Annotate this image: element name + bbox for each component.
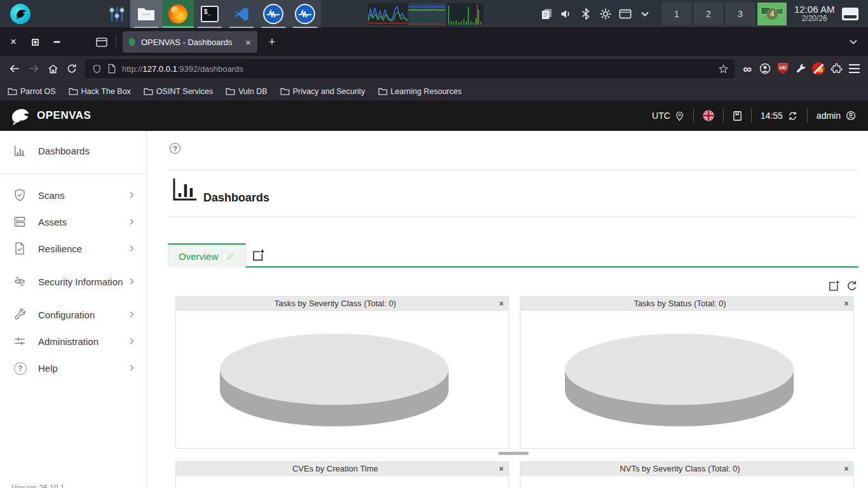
- workspace-3[interactable]: 3: [726, 3, 755, 25]
- memory-graph-applet[interactable]: [409, 3, 445, 25]
- account-icon[interactable]: [756, 59, 774, 78]
- sidebar-item-assets[interactable]: Assets: [0, 209, 146, 236]
- volume-icon[interactable]: [559, 7, 573, 21]
- openvas-horse-icon: [9, 105, 32, 126]
- bookmark-folder-privacy-and-security[interactable]: Privacy and Security: [280, 87, 365, 96]
- url-bar[interactable]: http://127.0.0.1:9392/dashboards: [85, 59, 735, 78]
- page-help-icon[interactable]: ?: [170, 143, 180, 154]
- eye-icon: [13, 274, 28, 290]
- workspace-2[interactable]: 2: [694, 3, 723, 25]
- browser-tab-openvas[interactable]: OPENVAS - Dashboards ×: [123, 31, 257, 53]
- user-circle-icon: [845, 110, 857, 121]
- new-dashboard-button[interactable]: [251, 248, 265, 262]
- tab-overview[interactable]: Overview: [168, 243, 246, 268]
- panel-close-icon[interactable]: ×: [839, 464, 853, 473]
- language-selector[interactable]: [703, 110, 714, 121]
- session-timer[interactable]: 14:55: [761, 111, 798, 121]
- panel-header[interactable]: CVEs by Creation Time ×: [176, 462, 508, 476]
- terminal-launcher[interactable]: $_: [194, 0, 226, 28]
- sidebar-item-security-information[interactable]: Security Information: [0, 262, 146, 302]
- panel-close-icon[interactable]: ×: [494, 464, 508, 473]
- chevron-right-icon: [127, 337, 137, 347]
- new-tab-button[interactable]: +: [264, 34, 280, 50]
- site-info-page-icon[interactable]: [104, 61, 119, 76]
- openvas-logo[interactable]: OPENVAS: [9, 105, 91, 126]
- url-text[interactable]: http://127.0.0.1:9392/dashboards: [122, 64, 715, 74]
- panel-close-icon[interactable]: ×: [494, 299, 508, 308]
- taskbar-apps: $_: [130, 0, 321, 28]
- tab-title: OPENVAS - Dashboards: [141, 37, 244, 47]
- bookmark-folder-learning-resources[interactable]: Learning Resources: [378, 87, 462, 96]
- workspace-1[interactable]: 1: [662, 3, 691, 25]
- tab-separator: [116, 35, 116, 49]
- display-tray-icon[interactable]: [618, 7, 632, 21]
- ublock-shield-extension-icon[interactable]: UD: [774, 59, 792, 78]
- greenbone-favicon: [128, 37, 136, 47]
- blocker-extension-icon[interactable]: [810, 59, 827, 78]
- tab-close-icon[interactable]: ×: [244, 37, 252, 48]
- user-menu[interactable]: admin: [817, 110, 857, 121]
- cpu-graph-applet[interactable]: [368, 3, 407, 25]
- panel-header[interactable]: NVTs by Severity Class (Total: 0) ×: [520, 462, 853, 476]
- window-maximize-button[interactable]: [29, 36, 41, 48]
- row-resize-handle[interactable]: [498, 452, 529, 455]
- window-minimize-button[interactable]: [51, 36, 62, 48]
- workspace-4-active[interactable]: 4: [757, 3, 787, 25]
- tray-chevron-down-icon[interactable]: [638, 7, 652, 21]
- edit-dashboard-pencil-icon[interactable]: [226, 252, 235, 261]
- divider: [168, 217, 858, 217]
- home-button[interactable]: [43, 59, 62, 78]
- system-monitor-launcher-1[interactable]: [257, 0, 289, 28]
- bluetooth-icon[interactable]: [579, 7, 593, 21]
- firefox-view-icon[interactable]: [94, 34, 109, 50]
- firefox-icon: [168, 4, 187, 24]
- bookmark-folder-hack-the-box[interactable]: Hack The Box: [69, 87, 131, 96]
- panel-header[interactable]: Tasks by Severity Class (Total: 0) ×: [176, 297, 508, 311]
- extensions-puzzle-icon[interactable]: [827, 59, 845, 78]
- bookmark-star-icon[interactable]: [715, 61, 731, 76]
- version-label: Version 26.10.1: [11, 484, 64, 488]
- panel-tasks-by-severity: Tasks by Severity Class (Total: 0) ×: [175, 296, 509, 449]
- vscode-launcher[interactable]: [226, 0, 257, 28]
- bookmark-folder-parrot-os[interactable]: Parrot OS: [8, 87, 56, 96]
- server-stack-icon: [13, 215, 28, 230]
- monitor-wave-icon: [263, 4, 283, 24]
- bookmark-folder-osint-services[interactable]: OSINT Services: [144, 87, 213, 96]
- url-host: 127.0.0.1: [143, 64, 177, 74]
- panel-header[interactable]: Tasks by Status (Total: 0) ×: [520, 297, 853, 311]
- reset-dashboard-button[interactable]: [846, 280, 858, 292]
- manual-button[interactable]: [733, 111, 742, 121]
- bookmark-folder-vuln-db[interactable]: Vuln DB: [226, 87, 267, 96]
- settings-gear-icon[interactable]: [599, 7, 613, 21]
- sidebar-item-configuration[interactable]: Configuration: [0, 302, 146, 329]
- sidebar-item-resilience[interactable]: Resilience: [0, 236, 146, 262]
- sliders-icon: [13, 334, 28, 349]
- add-display-button[interactable]: [827, 280, 840, 292]
- sidebar-item-administration[interactable]: Administration: [0, 329, 146, 355]
- chevron-right-icon: [127, 244, 137, 254]
- show-desktop-button[interactable]: [842, 8, 858, 20]
- firefox-launcher[interactable]: [162, 0, 194, 28]
- sidebar-item-scans[interactable]: Scans: [0, 182, 146, 209]
- shield-permissions-icon[interactable]: [89, 61, 104, 76]
- hamburger-menu-icon[interactable]: [845, 59, 863, 78]
- wrench-icon: [13, 308, 28, 323]
- forward-button[interactable]: [24, 59, 43, 78]
- back-button[interactable]: [5, 59, 24, 78]
- network-graph-applet[interactable]: [447, 3, 484, 25]
- reload-button[interactable]: [62, 59, 81, 78]
- privacy-extension-icon[interactable]: ∞: [738, 59, 756, 78]
- settings-sliders-launcher[interactable]: [108, 4, 126, 24]
- timezone-selector[interactable]: UTC: [652, 111, 684, 121]
- clipboard-tray-icon[interactable]: [539, 7, 553, 21]
- parrot-menu-button[interactable]: [10, 4, 31, 24]
- panel-close-icon[interactable]: ×: [839, 299, 853, 308]
- system-monitor-launcher-2[interactable]: [289, 0, 321, 28]
- file-manager-launcher[interactable]: [130, 0, 162, 28]
- window-close-button[interactable]: ×: [8, 36, 19, 48]
- wrench-extension-icon[interactable]: [792, 59, 810, 78]
- sidebar-item-dashboards[interactable]: Dashboards: [0, 138, 146, 165]
- list-all-tabs-chevron-icon[interactable]: [846, 35, 860, 49]
- clock-applet[interactable]: 12:06 AM 2/20/26: [794, 4, 834, 24]
- sidebar-item-help[interactable]: ? Help: [0, 355, 146, 382]
